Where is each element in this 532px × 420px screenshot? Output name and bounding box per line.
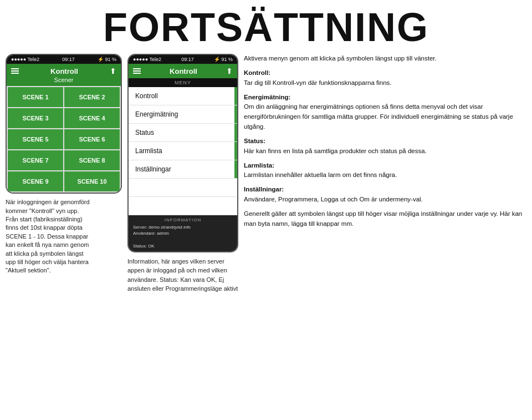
- status-body: Här kan finns en lista på samtliga produ…: [244, 148, 427, 154]
- menu-item-kontroll[interactable]: Kontroll: [129, 87, 237, 105]
- scene-6-button[interactable]: SCENE 6: [64, 129, 120, 149]
- right-text-block: Aktivera menyn genom att klicka på symbo…: [244, 54, 526, 294]
- energy-body: Om din anläggning har energimätnings opt…: [244, 103, 513, 130]
- scene-4-button[interactable]: SCENE 4: [64, 108, 120, 128]
- scene-3-button[interactable]: SCENE 3: [8, 108, 63, 128]
- phone-left-frame: ●●●●● Tele2 09:17 ⚡ 91 % Kontroll ⬆ Scen…: [6, 54, 122, 194]
- status-heading: Status:: [244, 138, 265, 144]
- center-phone-frame: ●●●●● Tele2 09:17 ⚡ 91 % Kontroll ⬆ MENY: [127, 54, 238, 252]
- center-share-icon[interactable]: ⬆: [226, 67, 233, 75]
- scene-5-button[interactable]: SCENE 5: [8, 129, 63, 149]
- center-phone-header: Kontroll ⬆: [129, 64, 237, 78]
- share-icon[interactable]: ⬆: [110, 67, 116, 75]
- menu-item-bar-status: [234, 124, 237, 141]
- left-caption: När inloggningen är genomförd kommer "Ko…: [6, 198, 122, 275]
- menu-item-bar-larm: [234, 142, 237, 160]
- general-description: Generellt gäller att symbolen längst upp…: [244, 209, 526, 229]
- main-content: ●●●●● Tele2 09:17 ⚡ 91 % Kontroll ⬆ Scen…: [0, 54, 532, 294]
- menu-item-empty2: [129, 197, 237, 215]
- info-section-header: INFORMATION: [133, 217, 233, 222]
- kontroll-body: Tar dig till Kontroll-vyn där funktionsk…: [244, 79, 392, 86]
- scenes-grid: SCENE 1 SCENE 2 SCENE 3 SCENE 4 SCENE 5 …: [7, 86, 121, 193]
- left-phone-header: Kontroll ⬆ Scener: [7, 64, 121, 86]
- center-caption: Information, här anges vilken server app…: [127, 257, 238, 294]
- installningar-description: Inställningar: Användare, Programmera, L…: [244, 185, 526, 205]
- menu-item-energimatning[interactable]: Energimätning: [129, 105, 237, 124]
- menu-section-header: MENY: [129, 78, 237, 87]
- left-carrier: ●●●●● Tele2: [11, 57, 39, 62]
- menu-list: Kontroll Energimätning Status Larmlista …: [129, 87, 237, 215]
- center-hamburger-icon[interactable]: [133, 68, 141, 74]
- left-status-bar: ●●●●● Tele2 09:17 ⚡ 91 %: [7, 55, 121, 64]
- left-time: 09:17: [62, 57, 75, 62]
- menu-item-larmlista[interactable]: Larmlista: [129, 142, 237, 160]
- menu-item-bar-kontroll: [234, 87, 237, 105]
- menu-item-status[interactable]: Status: [129, 124, 237, 142]
- phone-left: ●●●●● Tele2 09:17 ⚡ 91 % Kontroll ⬆ Scen…: [6, 54, 122, 294]
- kontroll-heading: Kontroll:: [244, 69, 270, 76]
- center-battery: ⚡ 91 %: [214, 57, 233, 62]
- scene-9-button[interactable]: SCENE 9: [8, 171, 63, 191]
- left-header-title: Kontroll: [50, 67, 78, 75]
- center-header-title: Kontroll: [170, 67, 197, 75]
- menu-item-installningar[interactable]: Inställningar: [129, 160, 237, 179]
- activate-menu-text: Aktivera menyn genom att klicka på symbo…: [244, 54, 526, 64]
- kontroll-description: Kontroll: Tar dig till Kontroll-vyn där …: [244, 68, 526, 88]
- status-description: Status: Här kan finns en lista på samtli…: [244, 136, 526, 156]
- scene-2-button[interactable]: SCENE 2: [64, 87, 120, 107]
- installningar-body: Användare, Programmera, Logga ut och Om …: [244, 196, 423, 203]
- scene-10-button[interactable]: SCENE 10: [64, 171, 120, 191]
- scene-8-button[interactable]: SCENE 8: [64, 150, 120, 170]
- installningar-heading: Inställningar:: [244, 186, 284, 193]
- scene-1-button[interactable]: SCENE 1: [8, 87, 63, 107]
- larmlista-heading: Larmlista:: [244, 162, 274, 169]
- larmlista-body: Larmlistan innehåller aktuella larm om d…: [244, 171, 397, 178]
- phone-center: ●●●●● Tele2 09:17 ⚡ 91 % Kontroll ⬆ MENY: [127, 54, 238, 294]
- menu-item-bar-energy: [234, 105, 237, 123]
- page-title: FORTSÄTTNING: [0, 0, 532, 49]
- menu-item-bar-install: [234, 160, 237, 178]
- hamburger-icon[interactable]: [11, 68, 19, 74]
- center-carrier: ●●●●● Tele2: [133, 57, 161, 62]
- scene-7-button[interactable]: SCENE 7: [8, 150, 63, 170]
- energy-description: Energimätning: Om din anläggning har ene…: [244, 93, 526, 132]
- energy-heading: Energimätning:: [244, 94, 290, 100]
- center-status-bar: ●●●●● Tele2 09:17 ⚡ 91 %: [129, 55, 237, 64]
- center-time: 09:17: [181, 57, 194, 62]
- info-section: INFORMATION Server: demo.strandqvist.inf…: [129, 215, 237, 251]
- larmlista-description: Larmlista: Larmlistan innehåller aktuell…: [244, 161, 526, 181]
- info-text: Server: demo.strandqvist.info Användare:…: [133, 224, 233, 249]
- left-battery: ⚡ 91 %: [98, 57, 116, 62]
- menu-item-empty1: [129, 179, 237, 197]
- left-header-subtitle: Scener: [11, 75, 116, 83]
